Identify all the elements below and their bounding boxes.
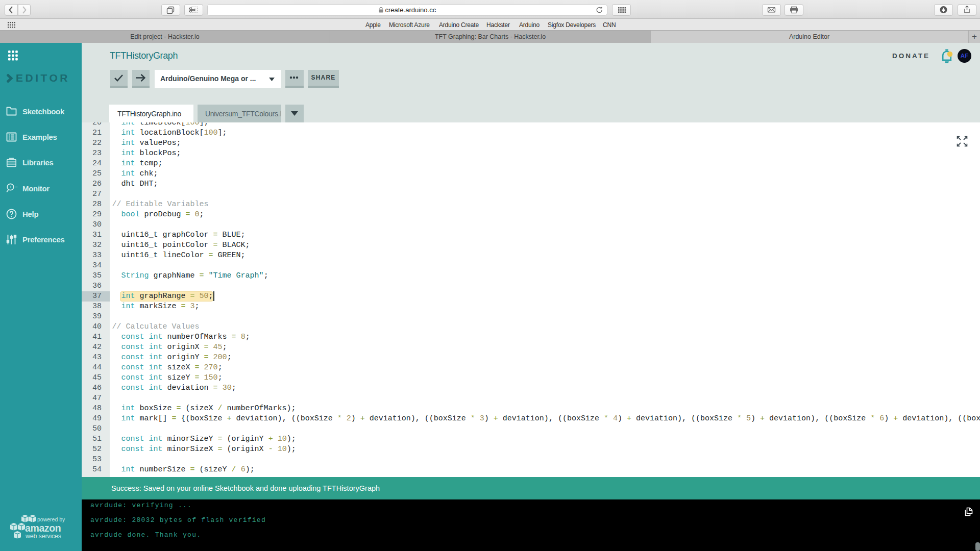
svg-text:amazon: amazon: [25, 522, 61, 534]
svg-text:powered by: powered by: [37, 516, 65, 522]
svg-text:web services: web services: [25, 533, 61, 540]
